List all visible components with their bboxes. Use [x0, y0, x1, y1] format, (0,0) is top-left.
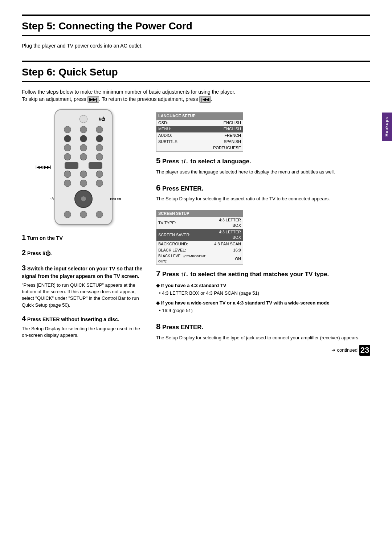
nav-enter-btn: [81, 196, 86, 202]
step5-description: Plug the player and TV power cords into …: [22, 42, 370, 50]
language-setup-table: LANGUAGE SETUP OSD: ENGLISH MENU: ENGLIS…: [156, 113, 243, 151]
black-level-component-row: BLACK LEVEL (COMPONENT OUT): ON: [156, 253, 243, 264]
step7-bullet2-header: If you have a wide-screen TV or a 4:3 st…: [156, 300, 370, 306]
step6-right-desc: The Setup Display for selecting the aspe…: [156, 196, 370, 202]
remote-nav-row: [60, 162, 107, 169]
continued-footer: ➜ continued 23: [331, 345, 370, 356]
prev-btn: [65, 162, 78, 169]
step2-item: 2 Press I/⏻.: [22, 248, 145, 258]
right-step5: 5 Press ↑/↓ to select a language. The pl…: [156, 155, 370, 175]
language-setup-title: LANGUAGE SETUP: [156, 113, 243, 119]
remote-btn: [80, 153, 87, 160]
step5-section: Step 5: Connecting the Power Cord Plug t…: [22, 15, 370, 50]
remote-buttons-row6: [60, 180, 107, 187]
step6-intro-line1: Follow the steps below to make the minim…: [22, 89, 370, 96]
step6-intro-line2: To skip an adjustment, press ▶▶|. To ret…: [22, 96, 370, 103]
screen-setup-header: SCREEN SETUP: [156, 210, 243, 217]
step7-bullet1-item: • 4:3 LETTER BOX or 4:3 PAN SCAN (page 5…: [159, 290, 370, 297]
enter-label: ENTER: [110, 197, 121, 201]
remote-btn: [96, 153, 103, 160]
step7-bullet1: If you have a 4:3 standard TV • 4:3 LETT…: [156, 282, 370, 297]
remote-btn: [64, 171, 71, 178]
skip-label: |◀◀ /▶▶|: [36, 165, 51, 170]
right-step7: 7 Press ↑/↓ to select the setting that m…: [156, 268, 370, 314]
nav-circle: [74, 190, 93, 208]
remote-btn: [64, 126, 71, 133]
step4-item: 4 Press ENTER without inserting a disc. …: [22, 314, 145, 339]
remote-buttons-row3: [60, 144, 107, 151]
updown-label: ↑/↓: [50, 197, 54, 201]
step5-header: Step 5: Connecting the Power Cord: [22, 15, 370, 36]
step3-label: Switch the input selector on your TV so …: [22, 266, 142, 279]
remote-buttons-row1: [60, 126, 107, 133]
right-step6: 6 Press ENTER. The Setup Display for sel…: [156, 183, 370, 203]
step6-header: Step 6: Quick Setup: [22, 61, 370, 82]
step6-right-label: Press ENTER.: [162, 185, 203, 192]
remote-buttons-bottom: [60, 211, 107, 218]
remote-buttons-row2: [60, 135, 107, 142]
black-level-row: BLACK LEVEL: 16:9: [156, 247, 243, 253]
remote-btn: [96, 135, 103, 142]
osd-row: OSD: ENGLISH: [156, 120, 243, 126]
remote-btn: [80, 135, 87, 142]
left-column: |◀◀ /▶▶| I/⏻: [22, 109, 145, 348]
portuguese-row: PORTUGUESE: [156, 145, 243, 151]
remote-control: I/⏻: [54, 109, 113, 225]
step1-text: Turn on the TV: [27, 235, 63, 241]
step2-text: Press I/⏻.: [27, 250, 52, 256]
language-setup-header: LANGUAGE SETUP: [156, 113, 243, 119]
step5-right-label: Press ↑/↓ to select a language.: [162, 158, 251, 165]
step4-desc: The Setup Display for selecting the lang…: [22, 326, 145, 339]
step7-bullet1-header: If you have a 4:3 standard TV: [156, 282, 370, 289]
step7-bullet2-item: • 16:9 (page 51): [159, 307, 370, 314]
power-label: I/⏻: [99, 117, 105, 122]
step8-right-header: 8 Press ENTER.: [156, 321, 370, 332]
step8-right-desc: The Setup Display for selecting the type…: [156, 335, 370, 341]
background-row: BACKGROUND: 4:3 PAN SCAN: [156, 241, 243, 247]
step5-title: Step 5: Connecting the Power Cord: [22, 19, 370, 33]
continued-text: continued: [337, 347, 358, 353]
language-setup-screen: LANGUAGE SETUP OSD: ENGLISH MENU: ENGLIS…: [156, 112, 243, 151]
step3-desc: "Press [ENTER] to run QUICK SETUP" appea…: [22, 282, 145, 308]
remote-buttons-row4: [60, 153, 107, 160]
remote-btn: [64, 135, 71, 142]
hookups-tab: Hookups: [382, 113, 392, 141]
step8-right-label: Press ENTER.: [162, 324, 203, 331]
remote-btn: [96, 126, 103, 133]
step4-label: Press ENTER without inserting a disc.: [27, 316, 119, 322]
continued-arrow: ➜: [331, 347, 335, 353]
step1-item: 1 Turn on the TV: [22, 232, 145, 242]
step6-intro: Follow the steps below to make the minim…: [22, 89, 370, 103]
remote-btn: [80, 211, 87, 218]
page: Hookups Step 5: Connecting the Power Cor…: [0, 0, 392, 370]
quick-setup-body: |◀◀ /▶▶| I/⏻: [22, 109, 370, 348]
subtitle-row: SUBTITLE: SPANISH: [156, 139, 243, 145]
skip-btn-icon: ▶▶|: [87, 96, 99, 103]
menu-row: MENU: ENGLISH: [156, 126, 243, 132]
step6-right-header: 6 Press ENTER.: [156, 183, 370, 194]
step3-item: 3 Switch the input selector on your TV s…: [22, 263, 145, 308]
next-btn: [89, 162, 102, 169]
right-step8: 8 Press ENTER. The Setup Display for sel…: [156, 321, 370, 341]
right-column: LANGUAGE SETUP OSD: ENGLISH MENU: ENGLIS…: [156, 109, 370, 348]
remote-btn: [80, 126, 87, 133]
tv-type-row: TV TYPE: 4:3 LETTER BOX: [156, 217, 243, 229]
step7-bullet2: If you have a wide-screen TV or a 4:3 st…: [156, 300, 370, 314]
remote-btn: [64, 180, 71, 187]
remote-btn: [80, 144, 87, 151]
step5-right-desc: The player uses the language selected he…: [156, 169, 370, 175]
remote-btn: [80, 171, 87, 178]
remote-btn: [80, 180, 87, 187]
screen-saver-row: SCREEN SAVER: 4:3 LETTER BOX: [156, 229, 243, 241]
remote-buttons-row5: [60, 171, 107, 178]
screen-setup-screen: SCREEN SETUP TV TYPE: 4:3 LETTER BOX SCR…: [156, 210, 243, 265]
remote-btn: [64, 211, 71, 218]
remote-btn: [96, 144, 103, 151]
screen-setup-table: SCREEN SETUP TV TYPE: 4:3 LETTER BOX SCR…: [156, 210, 243, 265]
remote-btn: [96, 171, 103, 178]
remote-btn: [64, 153, 71, 160]
remote-illustration: |◀◀ /▶▶| I/⏻: [22, 109, 145, 225]
step7-right-label: Press ↑/↓ to select the setting that mat…: [162, 271, 329, 278]
nav-area: ↑/↓ ENTER: [60, 190, 107, 208]
remote-btn: [96, 211, 103, 218]
